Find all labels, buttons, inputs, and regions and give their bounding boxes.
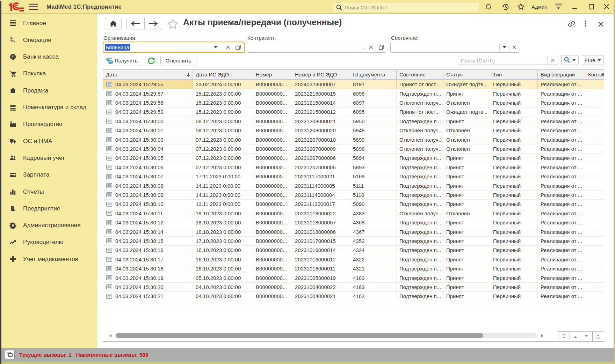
- svg-text:Кт: Кт: [12, 39, 15, 43]
